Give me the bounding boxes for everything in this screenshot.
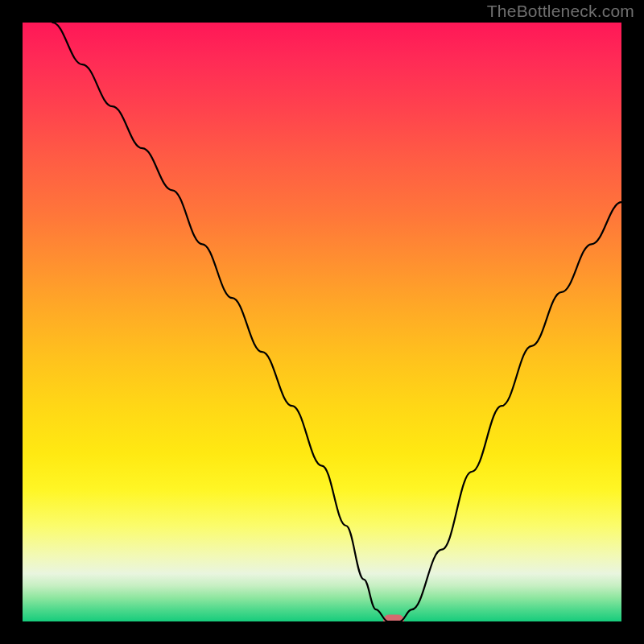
bottleneck-curve: [23, 23, 621, 621]
chart-frame: TheBottleneck.com: [0, 0, 644, 644]
watermark-text: TheBottleneck.com: [487, 2, 634, 21]
plot-area: [23, 23, 621, 621]
